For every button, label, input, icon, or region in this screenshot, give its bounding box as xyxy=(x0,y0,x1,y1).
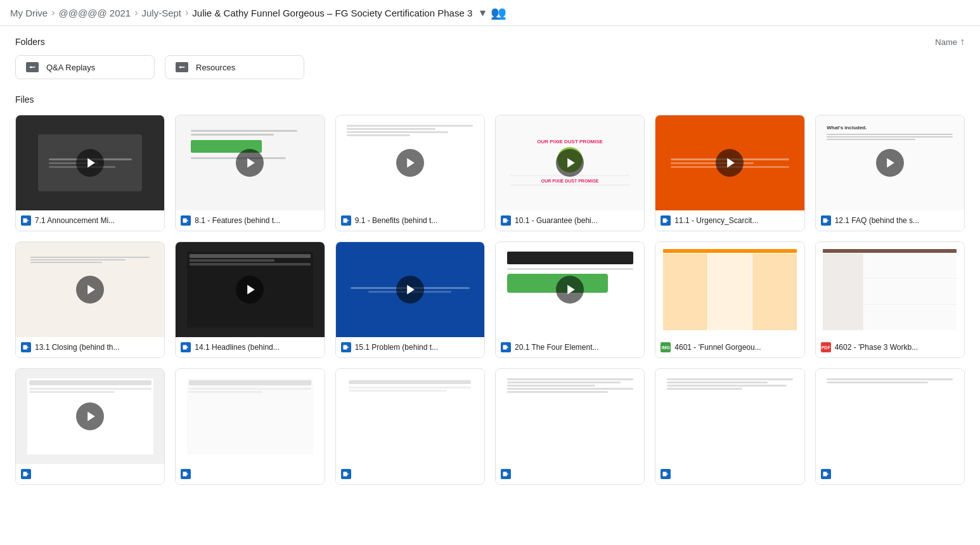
file-item[interactable] xyxy=(175,368,325,485)
svg-rect-14 xyxy=(503,219,506,223)
breadcrumb-chevron-icon[interactable]: ▾ xyxy=(480,6,486,20)
file-thumbnail xyxy=(336,242,484,337)
share-people-icon[interactable]: 👥 xyxy=(491,5,506,20)
file-label: 13.1 Closing (behind th... xyxy=(16,337,164,357)
folder-item-resources[interactable]: Resources xyxy=(165,55,304,79)
svg-rect-11 xyxy=(343,219,347,223)
svg-marker-27 xyxy=(187,347,189,349)
svg-marker-4 xyxy=(87,158,95,168)
file-thumbnail: What's included. xyxy=(816,115,964,210)
file-type-icon xyxy=(341,469,351,479)
svg-rect-8 xyxy=(183,219,187,223)
svg-marker-31 xyxy=(567,285,575,295)
breadcrumb-current[interactable]: Julie & Cathy Funnel Gorgeous – FG Socie… xyxy=(192,8,472,18)
play-button[interactable] xyxy=(556,149,584,177)
folder-item-qa-replays[interactable]: Q&A Replays xyxy=(15,55,155,79)
file-item[interactable]: 9.1 - Benefits (behind t... xyxy=(335,115,485,231)
file-type-icon xyxy=(181,215,191,226)
breadcrumb-sep-2: › xyxy=(134,7,138,18)
file-type-icon xyxy=(181,469,191,479)
file-name: 9.1 - Benefits (behind t... xyxy=(355,216,438,225)
breadcrumb-year[interactable]: @@@@@ 2021 xyxy=(59,8,131,18)
svg-marker-19 xyxy=(887,158,894,168)
file-label: 20.1 The Four Element... xyxy=(496,337,644,357)
play-button[interactable] xyxy=(76,149,104,177)
play-button[interactable] xyxy=(76,276,104,304)
folder-name-qa-replays: Q&A Replays xyxy=(46,63,95,72)
svg-marker-7 xyxy=(247,158,255,168)
svg-marker-6 xyxy=(27,220,29,222)
file-item[interactable] xyxy=(655,368,804,485)
file-label: 11.1 - Urgency_Scarcit... xyxy=(655,210,804,231)
file-item[interactable]: 7.1 Announcement Mi... xyxy=(15,115,165,231)
file-thumbnail xyxy=(655,115,804,210)
play-button[interactable] xyxy=(396,276,424,304)
svg-marker-38 xyxy=(187,473,189,475)
file-item[interactable]: 15.1 Problem (behind t... xyxy=(335,241,485,358)
file-label: 15.1 Problem (behind t... xyxy=(336,337,484,357)
file-item[interactable]: 20.1 The Four Element... xyxy=(495,241,645,358)
sort-label: Name xyxy=(935,37,957,47)
svg-marker-25 xyxy=(247,285,255,295)
file-name: 14.1 Headlines (behind... xyxy=(195,343,279,352)
file-item[interactable]: IMG 4601 - 'Funnel Gorgeou... xyxy=(655,241,804,358)
file-type-icon xyxy=(821,469,831,479)
svg-rect-45 xyxy=(823,472,827,477)
svg-marker-30 xyxy=(347,347,349,349)
svg-point-3 xyxy=(179,67,181,68)
breadcrumb-my-drive[interactable]: My Drive xyxy=(10,8,48,18)
file-thumbnail xyxy=(176,369,324,464)
file-item[interactable] xyxy=(15,368,165,485)
file-item[interactable]: 8.1 - Features (behind t... xyxy=(175,115,325,231)
main-content: Folders Name ↑ Q&A Replays xyxy=(0,26,980,495)
file-type-icon xyxy=(341,342,351,352)
sort-control[interactable]: Name ↑ xyxy=(935,36,965,48)
file-thumbnail xyxy=(816,369,964,464)
file-item[interactable]: 14.1 Headlines (behind... xyxy=(175,241,325,358)
breadcrumb-sep-1: › xyxy=(51,7,55,18)
file-item[interactable]: 11.1 - Urgency_Scarcit... xyxy=(655,115,804,231)
file-name: 11.1 - Urgency_Scarcit... xyxy=(674,216,758,225)
file-name: 20.1 The Four Element... xyxy=(515,343,599,352)
svg-marker-16 xyxy=(727,158,735,168)
file-item[interactable]: 13.1 Closing (behind th... xyxy=(15,241,165,358)
file-item[interactable]: PDF 4602 - 'Phase 3 Workb... xyxy=(815,241,965,358)
svg-rect-43 xyxy=(663,472,667,477)
file-name: 15.1 Problem (behind t... xyxy=(355,343,438,352)
svg-point-1 xyxy=(30,67,32,68)
play-button[interactable] xyxy=(556,276,584,304)
svg-marker-15 xyxy=(506,220,508,222)
file-name: 8.1 - Features (behind t... xyxy=(195,216,280,225)
file-item[interactable] xyxy=(335,368,485,485)
play-button[interactable] xyxy=(396,149,424,177)
file-label xyxy=(816,464,964,484)
breadcrumb-actions: ▾ 👥 xyxy=(480,5,506,20)
file-thumbnail xyxy=(336,369,484,464)
file-item[interactable] xyxy=(495,368,645,485)
file-thumbnail xyxy=(496,369,644,464)
file-label: 8.1 - Features (behind t... xyxy=(176,210,324,231)
file-label: IMG 4601 - 'Funnel Gorgeou... xyxy=(655,337,804,357)
svg-rect-39 xyxy=(343,472,347,477)
play-button[interactable] xyxy=(76,402,104,430)
file-item[interactable]: OUR PIXIE DUST PROMISEOUR PIXIE DUST PRO… xyxy=(495,115,645,231)
play-button[interactable] xyxy=(876,149,904,177)
breadcrumb-july-sept[interactable]: July-Sept xyxy=(142,8,182,18)
svg-marker-46 xyxy=(827,473,828,475)
file-label: 12.1 FAQ (behind the s... xyxy=(816,210,964,231)
svg-marker-40 xyxy=(347,473,349,475)
folders-section-header: Folders Name ↑ xyxy=(15,36,965,48)
file-item[interactable]: What's included. 12.1 FAQ (behind the s.… xyxy=(815,115,965,231)
files-section-title: Files xyxy=(15,94,965,105)
file-item[interactable] xyxy=(815,368,965,485)
file-type-icon xyxy=(21,342,31,352)
file-type-icon xyxy=(501,469,511,479)
file-type-icon xyxy=(501,215,511,226)
folder-icon-resources xyxy=(176,62,188,72)
file-label: 9.1 - Benefits (behind t... xyxy=(336,210,484,231)
svg-marker-12 xyxy=(347,220,349,222)
breadcrumb-sep-3: › xyxy=(185,7,188,18)
file-thumbnail xyxy=(176,115,324,210)
file-thumbnail xyxy=(655,242,804,337)
file-name: 13.1 Closing (behind th... xyxy=(35,343,119,352)
